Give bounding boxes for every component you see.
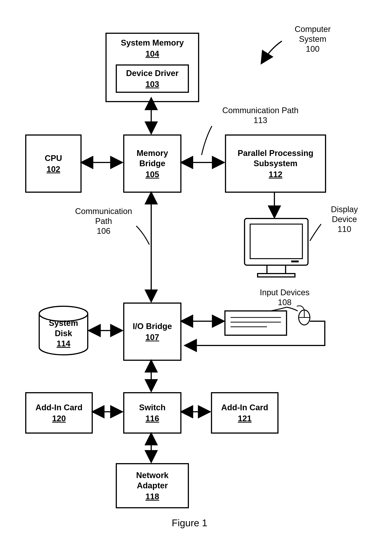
leader-113 <box>202 126 212 155</box>
svg-rect-6 <box>225 311 287 335</box>
leader-display <box>310 224 321 241</box>
box-title: Add-In Card <box>221 402 268 412</box>
box-cpu: CPU 102 <box>25 135 82 193</box>
pointer-computer-system <box>261 41 282 64</box>
box-ref: 121 <box>238 413 252 424</box>
diagram-canvas: ComputerSystem100 System Memory 104 Devi… <box>0 0 392 538</box>
conn-mouse-iobridge <box>185 321 325 346</box>
box-ref: 118 <box>145 491 159 502</box>
box-addin-121: Add-In Card 121 <box>211 392 279 434</box>
box-ref: 120 <box>52 413 66 424</box>
leader-input <box>271 307 287 311</box>
box-ref: 105 <box>145 169 159 179</box>
cylinder-icon <box>39 306 88 355</box>
label-input-devices: Input Devices108 <box>252 288 317 307</box>
box-title: Add-In Card <box>35 402 83 412</box>
box-device-driver: Device Driver 103 <box>116 64 189 93</box>
svg-rect-1 <box>250 224 302 259</box>
box-title: System Memory <box>121 37 184 48</box>
svg-point-5 <box>39 306 88 321</box>
system-disk-title2: Disk <box>55 329 72 338</box>
box-title: Switch <box>139 402 166 412</box>
box-title: CPU <box>45 153 62 163</box>
box-memory-bridge: MemoryBridge 105 <box>123 135 182 193</box>
svg-rect-0 <box>245 219 308 265</box>
leader-input2 <box>287 307 298 311</box>
monitor-icon <box>245 219 308 277</box>
system-disk-title: System <box>49 318 78 327</box>
system-disk-ref: 114 <box>56 339 70 348</box>
label-comm-path-113: Communication Path113 <box>211 106 310 125</box>
box-ref: 107 <box>145 332 159 342</box>
leader-106 <box>136 226 149 245</box>
svg-rect-3 <box>267 265 286 274</box>
box-system-memory: System Memory 104 Device Driver 103 <box>105 33 199 102</box>
keyboard-icon <box>225 311 287 335</box>
box-ref: 112 <box>269 169 282 179</box>
box-title: I/O Bridge <box>133 321 172 331</box>
svg-rect-4 <box>258 274 295 277</box>
box-network-adapter: NetworkAdapter 118 <box>116 463 189 508</box>
box-title: Device Driver <box>126 68 178 78</box>
box-switch: Switch 116 <box>123 392 182 434</box>
box-ref: 102 <box>47 164 60 174</box>
box-title: MemoryBridge <box>137 148 168 168</box>
box-ref: 116 <box>145 413 159 424</box>
label-comm-path-106: CommunicationPath106 <box>69 206 138 236</box>
box-io-bridge: I/O Bridge 107 <box>123 303 182 361</box>
box-title: Parallel ProcessingSubsystem <box>238 148 313 168</box>
label-display-device: DisplayDevice110 <box>321 205 368 234</box>
box-pps: Parallel ProcessingSubsystem 112 <box>225 135 326 193</box>
mouse-icon <box>297 306 310 325</box>
box-title: NetworkAdapter <box>136 470 168 491</box>
figure-caption: Figure 1 <box>172 517 207 529</box>
box-ref: 103 <box>145 79 159 89</box>
box-ref: 104 <box>145 49 159 59</box>
box-addin-120: Add-In Card 120 <box>25 392 93 434</box>
svg-rect-2 <box>291 261 299 262</box>
label-computer-system: ComputerSystem100 <box>280 24 345 54</box>
